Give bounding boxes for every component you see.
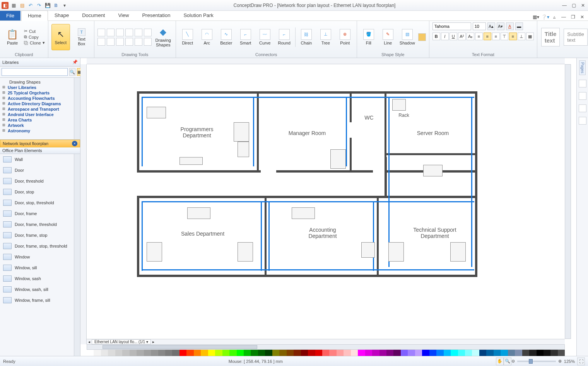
palette-swatch[interactable] <box>144 350 151 356</box>
highlight-icon[interactable]: ▬ <box>515 22 523 30</box>
tree-item[interactable]: User Libraries <box>1 85 79 90</box>
tree-scrollbar[interactable] <box>74 78 80 139</box>
room-label[interactable]: Sales Department <box>172 231 234 237</box>
qat-saveall-icon[interactable]: 🗎 <box>53 2 60 9</box>
computer-icon[interactable] <box>147 107 166 118</box>
computer-icon[interactable] <box>292 207 315 219</box>
qat-save-icon[interactable]: 💾 <box>44 2 51 9</box>
color-palette[interactable] <box>87 350 565 356</box>
tree-item[interactable]: 25 Typical Orgcharts <box>1 90 79 96</box>
superscript-button[interactable]: A² <box>458 32 466 40</box>
computer-icon[interactable] <box>330 149 346 169</box>
maximize-button[interactable]: ▢ <box>570 2 577 9</box>
palette-swatch[interactable] <box>272 350 279 356</box>
font-size-select[interactable] <box>473 22 486 30</box>
palette-swatch[interactable] <box>165 350 172 356</box>
palette-swatch[interactable] <box>501 350 508 356</box>
palette-swatch[interactable] <box>287 350 294 356</box>
palette-swatch[interactable] <box>194 350 201 356</box>
qat-undo-icon[interactable]: ↶ <box>27 2 34 9</box>
palette-swatch[interactable] <box>315 350 322 356</box>
palette-swatch[interactable] <box>308 350 315 356</box>
doc-close-icon[interactable]: ✕ <box>579 14 586 21</box>
qat-new-icon[interactable]: ▦ <box>10 2 17 9</box>
zoom-in-icon[interactable]: ⊕ <box>558 359 562 364</box>
shape-tool-grid[interactable] <box>97 29 152 46</box>
tab-solution-park[interactable]: Solution Park <box>177 10 220 21</box>
pan-tool-icon[interactable]: ✋ <box>496 357 504 365</box>
dock-icon[interactable] <box>579 104 586 112</box>
room-label[interactable]: WC <box>361 115 377 121</box>
qat-redo-icon[interactable]: ↷ <box>36 2 43 9</box>
library-tab-active[interactable]: Network layout floorplan× <box>0 140 80 147</box>
drawing-canvas[interactable]: Programmers Department Manager Room WC R… <box>87 64 565 339</box>
dock-icon[interactable] <box>579 117 586 125</box>
stencil-item[interactable]: Door, frame, stop, threshold <box>0 241 80 251</box>
font-family-select[interactable] <box>432 22 471 30</box>
palette-swatch[interactable] <box>422 350 429 356</box>
room-label[interactable]: Accounting Department <box>296 227 350 239</box>
zoom-level[interactable]: 125% <box>564 359 575 364</box>
palette-swatch[interactable] <box>379 350 386 356</box>
palette-swatch[interactable] <box>358 350 365 356</box>
file-tab[interactable]: File <box>0 11 21 21</box>
qat-open-icon[interactable]: ▤ <box>19 2 26 9</box>
palette-swatch[interactable] <box>558 350 565 356</box>
connector-round[interactable]: ⌐Round <box>276 29 293 45</box>
palette-swatch[interactable] <box>237 350 244 356</box>
palette-swatch[interactable] <box>329 350 336 356</box>
computer-icon[interactable] <box>147 242 162 262</box>
zoom-slider[interactable]: ⊖ ⊕ 125% ⛶ <box>511 357 585 365</box>
vertical-scrollbar[interactable] <box>565 64 571 339</box>
dock-icon[interactable] <box>579 92 586 100</box>
stencil-group-header[interactable]: Office Plan Elements <box>0 147 80 154</box>
palette-swatch[interactable] <box>472 350 479 356</box>
palette-swatch[interactable] <box>294 350 301 356</box>
computer-icon[interactable] <box>187 207 210 219</box>
tab-home[interactable]: Home <box>21 10 48 21</box>
style-subtitle[interactable]: Subtitle text <box>564 29 587 46</box>
pages-panel-tab[interactable]: Pages <box>579 60 586 75</box>
palette-swatch[interactable] <box>151 350 158 356</box>
palette-swatch[interactable] <box>115 350 122 356</box>
copy-button[interactable]: ⧉Copy <box>24 34 45 39</box>
palette-swatch[interactable] <box>444 350 451 356</box>
palette-swatch[interactable] <box>386 350 393 356</box>
cut-button[interactable]: ✂Cut <box>24 29 45 34</box>
palette-swatch[interactable] <box>186 350 193 356</box>
connector-direct[interactable]: ╲Direct <box>179 29 196 45</box>
palette-swatch[interactable] <box>344 350 350 356</box>
help-icon[interactable]: ❔▾ <box>542 14 549 21</box>
tree-item[interactable]: Artwork <box>1 123 79 128</box>
italic-button[interactable]: I <box>441 32 449 40</box>
palette-swatch[interactable] <box>351 350 358 356</box>
palette-swatch[interactable] <box>222 350 229 356</box>
palette-swatch[interactable] <box>408 350 415 356</box>
stencil-item[interactable]: Door, threshold <box>0 176 80 186</box>
connector-curve[interactable]: 〰Curve <box>256 29 273 45</box>
palette-swatch[interactable] <box>365 350 372 356</box>
select-button[interactable]: ↖Select <box>51 24 70 50</box>
paste-button[interactable]: 📋Paste <box>3 24 22 50</box>
palette-swatch[interactable] <box>251 350 258 356</box>
tree-item[interactable]: Active Directory Diagrams <box>1 101 79 106</box>
palette-swatch[interactable] <box>158 350 165 356</box>
horizontal-ruler[interactable] <box>87 58 565 64</box>
clone-button[interactable]: ⿻Clone▾ <box>24 40 45 45</box>
stencil-item[interactable]: Door, stop, threshold <box>0 197 80 208</box>
palette-swatch[interactable] <box>508 350 515 356</box>
palette-swatch[interactable] <box>401 350 408 356</box>
stencil-item[interactable]: Door, frame, stop <box>0 230 80 241</box>
connector-chain[interactable]: ⛓Chain <box>298 29 315 45</box>
doc-minimize-icon[interactable]: — <box>560 14 567 21</box>
connector-smart[interactable]: ⌐Smart <box>237 29 254 45</box>
sheet-next-icon[interactable]: ▸ <box>151 340 156 344</box>
decrease-font-icon[interactable]: A▾ <box>497 22 504 30</box>
stencil-item[interactable]: Wall <box>0 154 80 165</box>
palette-swatch[interactable] <box>479 350 486 356</box>
tree-item[interactable]: Drawing Shapes <box>1 79 79 85</box>
computer-icon[interactable] <box>238 242 253 262</box>
shadow-button[interactable]: ▧Shadow <box>399 29 416 45</box>
palette-swatch[interactable] <box>529 350 536 356</box>
palette-swatch[interactable] <box>279 350 286 356</box>
